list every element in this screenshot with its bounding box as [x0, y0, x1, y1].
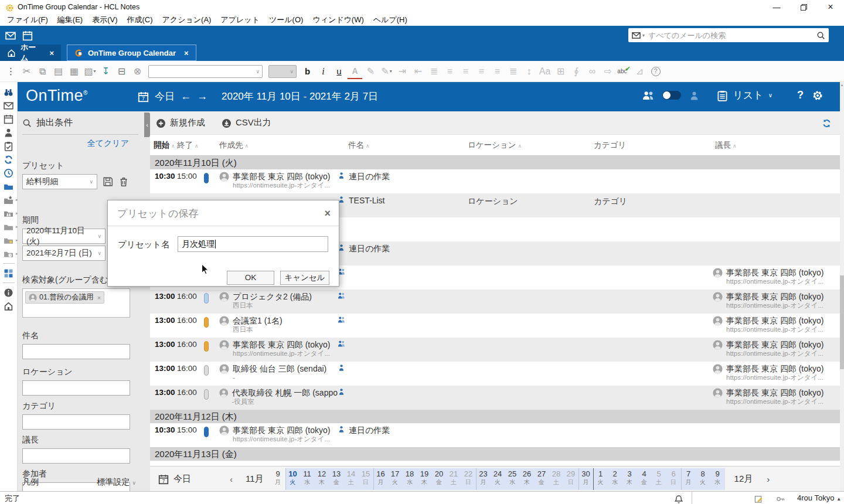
scope-dropdown-icon[interactable]: ▾ [642, 33, 645, 38]
mini-calendar-day[interactable]: 5土 [652, 468, 666, 490]
bookmark-star-folder-icon[interactable]: ▸ [2, 195, 15, 205]
spellcheck-icon[interactable]: abc✔ [617, 64, 631, 79]
mini-calendar-day[interactable]: 14土 [344, 468, 359, 490]
tab-home[interactable]: ホーム × [0, 45, 61, 61]
mini-calendar-day[interactable]: 20金 [432, 468, 447, 490]
mini-calendar-day[interactable]: 18水 [403, 468, 417, 490]
mini-calendar-day[interactable]: 9月 [271, 468, 285, 490]
group-view-icon[interactable] [642, 90, 654, 101]
table-row[interactable]: 13:0016:00事業部長 東京 四郎 (tokyo)https://onti… [150, 338, 840, 362]
today-button[interactable]: 7 今日 [158, 473, 191, 484]
security-key-icon[interactable] [776, 493, 785, 504]
underline-icon[interactable]: u [332, 64, 346, 79]
period-to-select[interactable]: 2021年2月7日 (日)∨ [22, 246, 106, 261]
preset-select[interactable]: 給料明細∨ [22, 174, 97, 189]
col-creator[interactable]: 作成先∧ [219, 140, 338, 151]
table-icon[interactable]: ⊞ [553, 64, 568, 79]
link-icon[interactable]: ∞ [585, 64, 600, 79]
table-row[interactable]: 10:3015:00事業部長 東京 四郎 (tokyo)https://onti… [150, 423, 840, 447]
col-chair[interactable]: 議長∧ [713, 140, 840, 151]
next-arrow-icon[interactable]: → [197, 90, 207, 103]
indent-icon[interactable]: ⇥ [395, 64, 410, 79]
mini-calendar-day[interactable]: 29日 [564, 468, 578, 490]
italic-icon[interactable]: i [316, 64, 331, 79]
mini-calendar-day[interactable]: 15日 [359, 468, 373, 490]
justify-icon[interactable]: ≣ [506, 64, 520, 79]
mini-calendar-day[interactable]: 26木 [520, 468, 535, 490]
menu-item-4[interactable]: アクション(A) [158, 14, 216, 26]
legend-select[interactable]: 標準設定 ∨ [97, 477, 136, 488]
align-right-icon[interactable]: ≡ [490, 64, 505, 79]
refresh-icon[interactable] [822, 118, 832, 128]
cut-icon[interactable]: ✂ [19, 64, 34, 79]
settings-gear-icon[interactable] [812, 90, 823, 101]
close-icon[interactable]: × [817, 0, 844, 14]
bookmark-clock-folder-icon[interactable]: ▸ [2, 248, 15, 259]
calendar-icon[interactable] [2, 114, 15, 124]
menu-item-8[interactable]: ヘルプ(H) [369, 14, 412, 26]
mini-calendar-day[interactable]: 10火 [285, 468, 300, 490]
font-color-icon[interactable]: A [348, 64, 362, 79]
subject-field[interactable] [22, 344, 130, 359]
mini-calendar-day[interactable]: 27金 [535, 468, 549, 490]
new-entry-button[interactable]: 新規作成 [156, 117, 205, 128]
bookmark-people-folder-icon[interactable]: ▸ [2, 208, 15, 219]
mini-calendar-day[interactable]: 17火 [388, 468, 403, 490]
bold-icon[interactable]: b [300, 64, 315, 79]
ok-button[interactable]: OK [227, 271, 274, 285]
sync-icon[interactable] [2, 154, 15, 165]
text-properties-icon[interactable]: Aa [537, 64, 552, 79]
mini-calendar-day[interactable]: 6日 [666, 468, 681, 490]
person-view-icon[interactable] [689, 90, 699, 100]
search-icon[interactable] [816, 30, 825, 40]
print-icon[interactable]: ⊟ [114, 64, 129, 79]
target-tag[interactable]: 01.普段の会議用 × [25, 291, 104, 304]
mini-calendar-day[interactable]: 16月 [373, 468, 388, 490]
tab-ontime-group-calendar[interactable]: OnTime Group Calendar × [67, 45, 196, 61]
mini-calendar-day[interactable]: 12木 [315, 468, 329, 490]
mini-calendar-day[interactable]: 22日 [461, 468, 476, 490]
table-row[interactable]: 13:0016:00プロジェクタ2 (備品)西日本事業部長 東京 四郎 (tok… [150, 290, 840, 314]
minimize-icon[interactable]: — [763, 0, 790, 14]
home-icon[interactable] [2, 301, 15, 311]
mini-calendar-day[interactable]: 13金 [329, 468, 344, 490]
numbered-list-icon[interactable]: ≡ [443, 64, 457, 79]
remove-tag-icon[interactable]: × [97, 294, 101, 301]
go-icon[interactable]: ⇨ [601, 64, 615, 79]
col-location[interactable]: ロケーション∧ [468, 140, 594, 151]
mini-calendar-day[interactable]: 21土 [447, 468, 461, 490]
prev-chevron-icon[interactable]: ‹ [230, 474, 233, 484]
notification-bell-icon[interactable] [674, 493, 683, 504]
bookmark-folder-icon[interactable]: ▸ [2, 222, 15, 232]
scrollbar-thumb[interactable] [840, 275, 844, 369]
mail-icon[interactable] [2, 100, 15, 111]
mini-calendar-day[interactable]: 3木 [622, 468, 637, 490]
watch-icon[interactable] [2, 168, 15, 178]
current-user-menu[interactable]: 4rou Tokyo▲ [797, 493, 841, 502]
apps-icon[interactable] [2, 181, 15, 192]
location-field[interactable] [22, 380, 130, 396]
info-icon[interactable] [2, 287, 15, 298]
chair-field[interactable] [22, 448, 130, 464]
line-spacing-icon[interactable]: ↕ [522, 64, 536, 79]
mini-calendar-day[interactable]: 23月 [476, 468, 491, 490]
todo-icon[interactable] [2, 141, 15, 151]
sidebar-splitter[interactable]: ‹ [144, 111, 150, 491]
mini-calendar-day[interactable]: 11水 [300, 468, 315, 490]
close-icon[interactable]: × [324, 207, 331, 220]
align-center-icon[interactable]: ≡ [474, 64, 489, 79]
help-icon[interactable]: ? [648, 64, 663, 79]
style-combobox[interactable]: ∨ [148, 65, 263, 78]
today-button[interactable]: 今日 [155, 90, 175, 103]
view-selector[interactable]: リスト ∨ [717, 88, 772, 102]
period-from-select[interactable]: 2020年11月10日 (火)∨ [22, 229, 106, 244]
edit-mode-icon[interactable] [754, 493, 763, 504]
col-category[interactable]: カテゴリ [594, 140, 713, 151]
stop-icon[interactable]: ⊗ [130, 64, 145, 79]
clear-all-link[interactable]: 全てクリア [87, 138, 129, 149]
calendar-today-icon[interactable]: 7 [138, 90, 149, 102]
menu-item-0[interactable]: ファイル(F) [2, 14, 53, 26]
col-start[interactable]: 開始∧ [154, 140, 177, 151]
delete-preset-icon[interactable] [118, 176, 129, 188]
help-button[interactable]: ? [797, 89, 804, 101]
